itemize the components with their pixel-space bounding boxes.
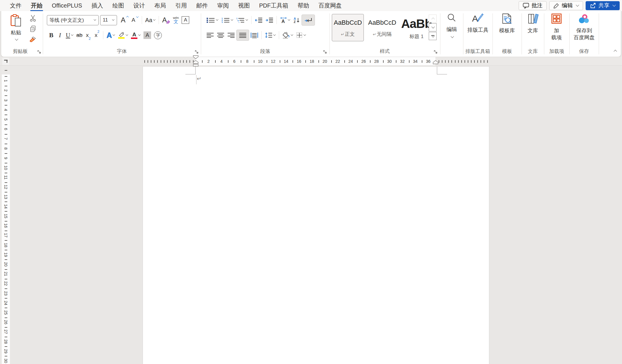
tab-selector[interactable]: [2, 58, 9, 65]
layout-tools-button[interactable]: A 排版工具: [464, 13, 492, 33]
align-right-button[interactable]: [226, 30, 236, 41]
phonetic-guide-button[interactable]: wén 文: [171, 15, 180, 26]
paste-button[interactable]: 粘贴: [7, 14, 25, 41]
shading-button[interactable]: [281, 30, 295, 41]
addins-label-line1: 加: [554, 28, 559, 33]
svg-text:1: 1: [236, 17, 238, 19]
svg-text:3: 3: [221, 21, 223, 23]
template-library-button[interactable]: 模板库: [494, 13, 520, 34]
align-center-button[interactable]: [215, 30, 226, 41]
font-family-combobox[interactable]: 等线 (中文正文): [47, 15, 99, 25]
text-highlight-button[interactable]: [116, 30, 130, 41]
menu-tab-0[interactable]: 文件: [5, 0, 26, 11]
styles-scroll-down-button[interactable]: [429, 23, 437, 31]
multilevel-list-button[interactable]: 1ai: [235, 15, 249, 26]
separator: [279, 31, 279, 39]
clear-formatting-button[interactable]: A: [161, 15, 171, 26]
cut-button[interactable]: [30, 15, 36, 22]
font-dialog-launcher-icon[interactable]: [194, 49, 199, 55]
decrease-indent-button[interactable]: [253, 15, 264, 26]
chevron-down-icon: [136, 15, 138, 18]
enclose-characters-button[interactable]: 字: [153, 30, 163, 41]
menu-tab-13[interactable]: 百度网盘: [314, 0, 346, 11]
bullets-button[interactable]: [205, 15, 220, 26]
vertical-ruler[interactable]: 1234567891011121314151617181920212223242…: [2, 66, 10, 364]
paragraph-dialog-launcher-icon[interactable]: [322, 49, 328, 55]
style-card-2[interactable]: AaBb标题 1: [401, 14, 433, 41]
wenku-button[interactable]: 文库: [522, 13, 543, 34]
hruler-number: 2: [207, 59, 210, 64]
menu-tab-7[interactable]: 引用: [171, 0, 192, 11]
editing-menu-button[interactable]: 编辑: [442, 13, 461, 39]
distribute-text-button[interactable]: [249, 30, 260, 41]
vruler-number: 15: [3, 212, 8, 220]
underline-button[interactable]: U: [64, 30, 75, 41]
chevron-down-icon: [431, 34, 435, 37]
hruler-number: 28: [374, 59, 379, 64]
subscript-button[interactable]: x2: [84, 30, 93, 41]
justify-button[interactable]: [236, 30, 249, 41]
show-formatting-marks-button[interactable]: [302, 15, 315, 26]
style-preview: AaBbCcD: [366, 19, 398, 26]
character-scaling-button[interactable]: A: [279, 15, 292, 26]
hruler-number: 32: [400, 59, 405, 64]
hanging-indent-marker[interactable]: [193, 60, 199, 67]
change-case-button[interactable]: Aa: [144, 15, 157, 26]
clipboard-dialog-launcher-icon[interactable]: [37, 49, 42, 55]
style-card-0[interactable]: AaBbCcD↵正文: [332, 14, 364, 41]
hruler-number: 20: [322, 59, 327, 64]
superscript-button[interactable]: x2: [93, 30, 101, 41]
borders-button[interactable]: [295, 30, 307, 41]
text-effects-button[interactable]: A: [105, 30, 116, 41]
character-shading-button[interactable]: A: [142, 30, 153, 41]
comments-button[interactable]: 批注: [519, 1, 547, 10]
layout-tools-label: 排版工具: [464, 26, 492, 33]
styles-gallery-expand-button[interactable]: [429, 32, 437, 40]
font-size-combobox[interactable]: 11: [100, 15, 117, 25]
sort-button[interactable]: AZ: [292, 15, 302, 26]
font-size-value: 11: [103, 17, 108, 23]
menu-tab-6[interactable]: 布局: [150, 0, 171, 11]
strikethrough-button[interactable]: ab: [75, 30, 84, 41]
editing-mode-button[interactable]: 编辑: [549, 1, 583, 10]
styles-dialog-launcher-icon[interactable]: [433, 49, 438, 55]
character-border-button[interactable]: A: [180, 15, 191, 26]
increase-indent-button[interactable]: [264, 15, 275, 26]
menu-tab-3[interactable]: 插入: [87, 0, 108, 11]
grow-font-button[interactable]: A: [119, 15, 130, 26]
menu-tab-12[interactable]: 帮助: [293, 0, 314, 11]
menu-tab-10[interactable]: 视图: [233, 0, 254, 11]
menu-tab-2[interactable]: OfficePLUS: [47, 0, 87, 11]
align-left-button[interactable]: [205, 30, 215, 41]
paragraph-group-label: 段落: [201, 48, 329, 55]
horizontal-ruler[interactable]: 24681012141618202224262830323436: [0, 57, 622, 66]
menu-tab-8[interactable]: 邮件: [192, 0, 212, 11]
menu-tab-5[interactable]: 设计: [129, 0, 150, 11]
bold-button[interactable]: B: [47, 30, 56, 41]
hruler-number: 16: [297, 59, 301, 64]
chevron-down-icon: [273, 33, 276, 36]
menu-tab-1[interactable]: 开始: [26, 0, 47, 11]
styles-scroll-up-button[interactable]: [429, 15, 437, 23]
addins-button[interactable]: 加载项: [545, 13, 568, 41]
numbering-button[interactable]: 123: [220, 15, 235, 26]
style-card-1[interactable]: AaBbCcD↵无间隔: [366, 14, 398, 41]
menu-tab-4[interactable]: 绘图: [108, 0, 129, 11]
shrink-font-button[interactable]: A: [130, 15, 140, 26]
line-spacing-button[interactable]: [263, 30, 277, 41]
menu-tab-9[interactable]: 审阅: [212, 0, 233, 11]
copy-button[interactable]: [30, 25, 36, 32]
collapse-ribbon-button[interactable]: [613, 49, 617, 54]
format-painter-button[interactable]: [29, 36, 37, 43]
menu-tab-11[interactable]: PDF工具箱: [254, 0, 293, 11]
borders-icon: [296, 32, 303, 38]
addins-group-label: 加载项: [544, 48, 569, 55]
vruler-number: 10: [3, 164, 8, 172]
font-color-button[interactable]: A: [130, 30, 142, 41]
document-page[interactable]: [143, 67, 489, 364]
share-button[interactable]: 共享: [586, 1, 620, 10]
first-line-indent-marker[interactable]: [193, 55, 199, 59]
save-to-baidu-button[interactable]: 保存到百度网盘: [570, 13, 598, 41]
italic-button[interactable]: I: [56, 30, 64, 41]
right-indent-marker[interactable]: [433, 60, 438, 64]
